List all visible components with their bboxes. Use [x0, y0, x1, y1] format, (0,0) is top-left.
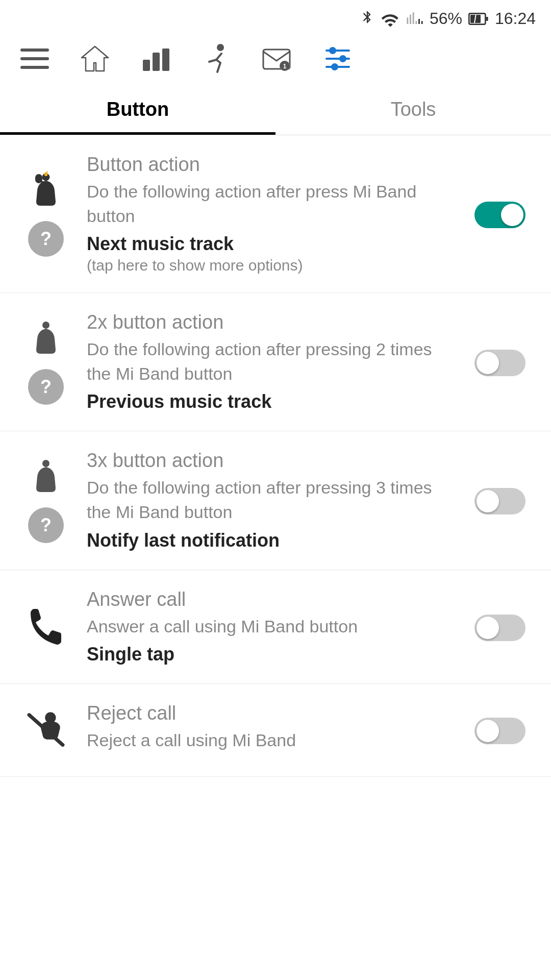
svg-rect-22 — [35, 174, 42, 183]
button-action-description: Do the following action after press Mi B… — [87, 180, 459, 228]
3x-button-action-content: 3x button action Do the following action… — [87, 450, 459, 551]
answer-call-description: Answer a call using Mi Band button — [87, 615, 459, 639]
notification-icon[interactable]: 1 — [261, 44, 292, 73]
button-action-value: Next music track — [87, 233, 459, 255]
answer-call-toggle[interactable] — [474, 615, 525, 641]
tabs-container: Button Tools — [0, 84, 551, 135]
menu-icon[interactable] — [20, 46, 49, 71]
svg-rect-5 — [20, 57, 49, 60]
phone-reject-icon — [26, 709, 66, 750]
button-action-toggle[interactable] — [474, 202, 525, 228]
top-navigation: 1 — [0, 33, 551, 84]
3x-button-action-title: 3x button action — [87, 450, 459, 472]
3x-button-action-toggle-area — [474, 486, 531, 514]
settings-list: ☝ ? Button action Do the following actio… — [0, 135, 551, 777]
svg-point-16 — [329, 47, 336, 54]
battery-percentage: 56% — [430, 9, 462, 28]
2x-button-action-toggle[interactable] — [474, 350, 525, 376]
2x-button-action-title: 2x button action — [87, 311, 459, 333]
2x-button-action-description: Do the following action after pressing 2… — [87, 337, 459, 386]
3x-button-action-toggle[interactable] — [474, 488, 525, 514]
reject-call-toggle[interactable] — [474, 718, 525, 744]
hand-3x-icon — [26, 457, 66, 498]
phone-icon — [26, 606, 66, 647]
button-action-icons: ☝ ? — [20, 171, 71, 257]
answer-call-content: Answer call Answer a call using Mi Band … — [87, 589, 459, 666]
button-action-title: Button action — [87, 154, 459, 176]
toggle-knob-3 — [477, 490, 499, 512]
home-icon[interactable] — [80, 44, 110, 73]
svg-text:1: 1 — [283, 63, 287, 70]
reject-call-content: Reject call Reject a call using Mi Band — [87, 702, 459, 758]
3x-button-action-value: Notify last notification — [87, 530, 459, 551]
tab-button[interactable]: Button — [0, 84, 276, 135]
3x-button-action-icons: ? — [20, 457, 71, 543]
activity-icon[interactable] — [202, 43, 231, 74]
help-2x-icon: ? — [28, 369, 64, 405]
answer-call-toggle-area — [474, 612, 531, 641]
button-action-item[interactable]: ☝ ? Button action Do the following actio… — [0, 135, 551, 293]
time-display: 16:24 — [495, 9, 536, 28]
svg-rect-8 — [153, 53, 160, 71]
signal-icon — [406, 11, 423, 27]
reject-call-description: Reject a call using Mi Band — [87, 728, 459, 753]
toggle-knob-5 — [477, 720, 499, 742]
reject-call-toggle-area — [474, 716, 531, 744]
help-3x-icon: ? — [28, 507, 64, 543]
2x-button-action-toggle-area — [474, 348, 531, 376]
2x-button-action-value: Previous music track — [87, 391, 459, 412]
reject-call-item[interactable]: Reject call Reject a call using Mi Band — [0, 684, 551, 777]
stats-icon[interactable] — [141, 44, 171, 73]
reject-call-icons — [20, 709, 71, 750]
button-action-content: Button action Do the following action af… — [87, 154, 459, 274]
battery-icon — [468, 11, 489, 27]
2x-button-action-icons: ? — [20, 319, 71, 405]
button-action-hint: (tap here to show more options) — [87, 257, 459, 274]
svg-rect-9 — [162, 48, 169, 71]
svg-rect-7 — [143, 60, 150, 71]
svg-point-20 — [331, 63, 338, 70]
3x-button-action-item[interactable]: ? 3x button action Do the following acti… — [0, 431, 551, 570]
svg-point-18 — [339, 55, 346, 62]
tab-tools[interactable]: Tools — [276, 84, 551, 135]
filter-icon[interactable] — [322, 44, 353, 73]
wifi-icon — [381, 11, 400, 27]
toggle-knob — [501, 204, 523, 226]
svg-text:☝: ☝ — [43, 171, 49, 177]
svg-point-24 — [42, 322, 49, 329]
answer-call-title: Answer call — [87, 589, 459, 610]
answer-call-value: Single tap — [87, 644, 459, 665]
svg-rect-4 — [20, 48, 49, 52]
bluetooth-icon — [360, 10, 374, 28]
answer-call-item[interactable]: Answer call Answer a call using Mi Band … — [0, 570, 551, 684]
2x-button-action-item[interactable]: ? 2x button action Do the following acti… — [0, 293, 551, 431]
status-bar: 56% 16:24 — [0, 0, 551, 33]
3x-button-action-description: Do the following action after pressing 3… — [87, 476, 459, 524]
help-icon: ? — [28, 221, 64, 257]
reject-call-title: Reject call — [87, 702, 459, 724]
svg-rect-6 — [20, 66, 49, 69]
hand-icon: ☝ — [26, 171, 66, 212]
svg-point-25 — [42, 460, 49, 467]
button-action-toggle-area — [474, 200, 531, 228]
toggle-knob-4 — [477, 617, 499, 639]
hand-2x-icon — [26, 319, 66, 360]
2x-button-action-content: 2x button action Do the following action… — [87, 311, 459, 412]
answer-call-icons — [20, 606, 71, 647]
svg-point-10 — [217, 44, 224, 51]
toggle-knob-2 — [477, 352, 499, 374]
svg-rect-1 — [486, 17, 488, 21]
